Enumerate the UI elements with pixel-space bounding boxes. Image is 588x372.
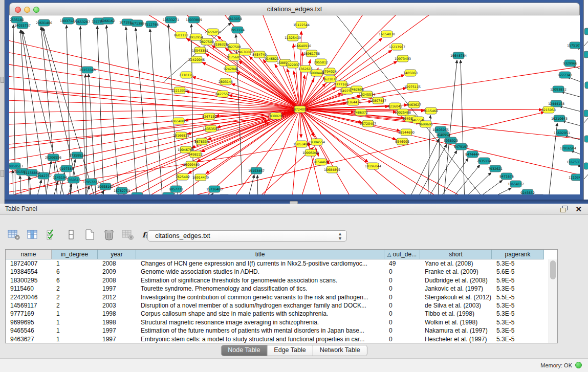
graph-node[interactable]: 10958167 (97, 183, 114, 190)
graph-node[interactable]: 16210643 (551, 115, 568, 122)
graph-node[interactable]: 12160650 (160, 192, 177, 194)
table-row[interactable]: 1872400712008Changes of HCN gene express… (6, 259, 557, 268)
graph-node[interactable]: 20206556 (45, 154, 61, 161)
graph-node[interactable]: 8186328 (213, 41, 228, 48)
graph-node[interactable]: 9827509 (200, 38, 214, 45)
graph-node[interactable]: 23226058 (205, 29, 221, 35)
graph-node[interactable]: 2803144 (219, 78, 233, 85)
splitter-notch[interactable] (290, 201, 298, 204)
memory-indicator[interactable]: Memory: OK (540, 362, 582, 368)
graph-node[interactable]: 16961758 (303, 50, 320, 57)
graph-node[interactable]: 10025488 (395, 109, 411, 116)
table-selector-dropdown[interactable]: citations_edges.txt ▲▼ (147, 230, 347, 242)
graph-node[interactable]: 10196044 (365, 163, 381, 169)
graph-node[interactable]: 10973493 (395, 55, 411, 62)
graph-node[interactable]: 9329966 (563, 60, 577, 67)
graph-node[interactable]: 9699695 (419, 121, 433, 127)
graph-node[interactable]: 17359924 (69, 152, 85, 159)
graph-node[interactable]: 12093832 (550, 86, 567, 93)
tab-edge-table[interactable]: Edge Table (267, 345, 313, 356)
graph-node[interactable]: 6794024 (322, 68, 337, 75)
graph-node[interactable]: 16914479 (192, 174, 209, 181)
window-titlebar[interactable]: citations_edges.txt (9, 3, 580, 15)
graph-node[interactable]: 1322037 (286, 61, 300, 68)
graph-node[interactable]: 9245652 (520, 189, 535, 194)
graph-node[interactable]: 15716485 (206, 186, 223, 192)
column-header-title[interactable]: title (136, 250, 384, 259)
graph-node[interactable]: 20153346 (79, 67, 96, 73)
graph-node[interactable]: 9242848 (224, 65, 238, 72)
graph-node[interactable]: 2718126 (179, 72, 193, 78)
graph-node[interactable]: 19033809 (186, 16, 202, 23)
graph-node[interactable]: 8215953 (541, 106, 556, 113)
column-header-out-de-[interactable]: △out_de... (384, 250, 420, 259)
table-row[interactable]: 1830029562008Estimation of significance … (6, 276, 557, 285)
graph-node[interactable]: 19384554 (309, 139, 325, 145)
graph-node[interactable]: 10543382 (192, 47, 208, 54)
graph-node[interactable]: 9498222 (188, 151, 203, 158)
new-column-icon[interactable] (83, 228, 97, 242)
graph-node[interactable]: 10995945 (302, 149, 319, 156)
graph-node[interactable]: 6216045 (388, 103, 402, 110)
graph-node[interactable]: 15751074 (567, 42, 580, 49)
graph-node[interactable]: 20691406 (36, 19, 52, 26)
graph-node[interactable]: 8601123 (174, 32, 188, 38)
graph-node[interactable]: 10533271 (163, 16, 179, 23)
clear-selection-icon[interactable] (64, 228, 78, 242)
graph-node[interactable]: 5938923 (444, 137, 458, 144)
graph-node[interactable]: 9227343 (558, 72, 572, 78)
graph-node[interactable]: 12975115 (404, 83, 421, 90)
graph-node[interactable]: 8813054 (228, 15, 242, 22)
graph-node[interactable]: 16099489 (183, 161, 200, 168)
delete-column-icon[interactable] (102, 228, 116, 242)
graph-node[interactable]: 9857771 (169, 186, 183, 192)
column-header-in-degree[interactable]: in_degree (52, 250, 98, 259)
table-mode-icon[interactable] (7, 228, 21, 242)
graph-node[interactable]: 20364436 (345, 99, 361, 105)
table-row[interactable]: 977716911998Corpus callosum shape and si… (6, 310, 557, 318)
column-header-pagerank[interactable]: pagerank (492, 250, 544, 259)
graph-node[interactable]: 6966162 (101, 17, 115, 24)
graph-node[interactable]: 6990444 (310, 70, 324, 76)
graph-node[interactable]: 16640910 (295, 42, 311, 49)
graph-node[interactable]: 19153467 (248, 167, 265, 174)
scrollbar-thumb[interactable] (550, 260, 556, 279)
graph-node[interactable]: 12444158 (548, 100, 564, 107)
graph-node[interactable]: 8427552 (215, 91, 230, 97)
tab-network-table[interactable]: Network Table (313, 345, 367, 356)
graph-node[interactable]: 15720407 (360, 120, 376, 127)
splitter-handle-icon[interactable] (1, 170, 4, 177)
table-scrollbar[interactable] (549, 259, 557, 343)
column-header-short[interactable]: short (420, 250, 492, 259)
graph-node[interactable]: 12923446 (129, 192, 145, 194)
graph-node[interactable]: 9463627 (407, 101, 421, 108)
graph-node[interactable]: 7955812 (314, 59, 328, 65)
graph-node[interactable]: 11325419 (285, 34, 301, 41)
graph-node[interactable]: 1350515 (67, 177, 81, 183)
column-header-year[interactable]: year (98, 250, 136, 259)
graph-node[interactable]: 18724007 (292, 106, 308, 113)
graph-node[interactable]: 11544690 (398, 129, 415, 136)
graph-node[interactable]: 9175685 (227, 54, 241, 60)
graph-node[interactable]: 8267150 (202, 113, 216, 120)
graph-node[interactable]: 11675335 (567, 159, 580, 165)
graph-node[interactable]: 8678334 (194, 138, 209, 145)
graph-node[interactable]: 6479197 (454, 143, 468, 150)
graph-node[interactable]: 7957224 (230, 27, 245, 33)
graph-node[interactable]: 7625402 (176, 173, 190, 180)
graph-node[interactable]: 11156869 (24, 169, 40, 176)
graph-node[interactable]: 10684895 (324, 166, 340, 173)
table-row[interactable]: 946554611997Estimation of the future num… (6, 326, 557, 335)
graph-node[interactable]: 9827508 (227, 43, 241, 50)
graph-node[interactable]: 16648784 (450, 52, 467, 59)
graph-node[interactable]: 17016504 (560, 145, 576, 151)
table-row[interactable]: 946362711997Embryonic stem cells: a mode… (6, 335, 557, 343)
graph-node[interactable]: 8471676 (499, 173, 514, 180)
graph-node[interactable]: 16154838 (379, 31, 395, 37)
graph-node[interactable]: 12103456 (569, 174, 580, 181)
graph-node[interactable]: 10653287 (74, 18, 90, 25)
graph-node[interactable]: 7485063 (403, 70, 418, 76)
graph-node[interactable]: 9197588 (59, 165, 74, 172)
tab-node-table[interactable]: Node Table (221, 345, 267, 356)
graph-node[interactable]: 9546995 (395, 138, 409, 145)
